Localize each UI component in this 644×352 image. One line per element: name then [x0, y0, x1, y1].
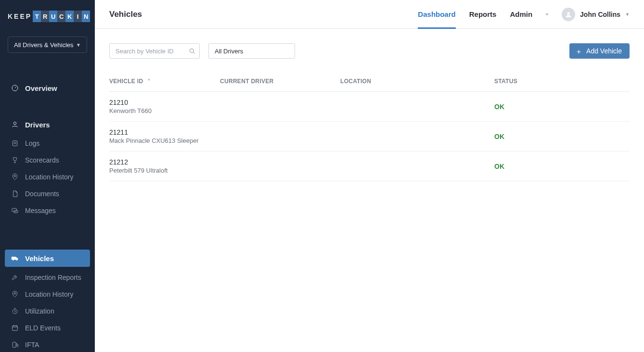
user-name: John Collins	[580, 11, 620, 18]
col-label: VEHICLE ID	[109, 78, 143, 85]
status-badge: OK	[494, 133, 504, 140]
add-vehicle-button[interactable]: ＋ Add Vehicle	[569, 43, 630, 59]
vehicles-table: VEHICLE ID ˄ CURRENT DRIVER LOCATION STA…	[109, 78, 630, 181]
table-row[interactable]: 21212 Peterbilt 579 Ultraloft OK	[109, 151, 630, 181]
page-title: Vehicles	[109, 10, 142, 19]
fuel-icon	[11, 340, 19, 349]
svg-point-1	[13, 122, 16, 125]
col-label: STATUS	[494, 78, 517, 85]
sidebar-item-label: Utilization	[25, 307, 54, 315]
nav-group-vehicles: Vehicles Inspection Reports Location His…	[0, 245, 95, 352]
vehicle-id: 21211	[109, 128, 216, 136]
sidebar-item-label: Messages	[25, 207, 56, 214]
scope-label: All Drivers & Vehicles	[14, 41, 74, 49]
topbar: Vehicles Dashboard Reports Admin John Co…	[95, 0, 644, 29]
svg-point-9	[14, 292, 15, 294]
sidebar-item-label: Overview	[25, 84, 57, 92]
nav-admin[interactable]: Admin	[510, 0, 532, 29]
cell-driver	[220, 151, 340, 181]
trophy-icon	[11, 156, 19, 164]
vehicle-model: Peterbilt 579 Ultraloft	[109, 167, 216, 174]
sidebar-item-location-history[interactable]: Location History	[0, 168, 95, 185]
col-label: CURRENT DRIVER	[220, 78, 274, 85]
svg-rect-12	[13, 342, 16, 347]
svg-rect-11	[13, 326, 18, 330]
avatar-icon	[562, 8, 575, 21]
sidebar-item-label: ELD Events	[25, 324, 61, 332]
cell-location	[340, 122, 494, 151]
truck-icon	[11, 254, 19, 263]
sidebar-item-label: IFTA	[25, 341, 39, 349]
sidebar-item-label: Location History	[25, 173, 73, 181]
sidebar-item-ifta[interactable]: IFTA	[0, 336, 95, 352]
logo-text-keep: KEEP	[8, 13, 32, 20]
sidebar-item-scorecards[interactable]: Scorecards	[0, 151, 95, 168]
vehicle-id: 21210	[109, 99, 216, 106]
sidebar-item-eld-events[interactable]: ELD Events	[0, 319, 95, 336]
svg-rect-4	[12, 208, 16, 212]
sidebar-item-label: Logs	[25, 139, 39, 147]
add-vehicle-label: Add Vehicle	[586, 47, 622, 55]
cell-location	[340, 92, 494, 122]
scope-selector[interactable]: All Drivers & Vehicles ▼	[8, 37, 87, 53]
sort-asc-icon: ˄	[148, 78, 150, 84]
sidebar-item-logs[interactable]: Logs	[0, 135, 95, 151]
user-menu[interactable]: John Collins ▼	[562, 8, 630, 21]
sidebar-item-label: Drivers	[25, 121, 50, 129]
table-row[interactable]: 21210 Kenworth T660 OK	[109, 92, 630, 122]
nav-reports[interactable]: Reports	[469, 0, 497, 29]
nav-divider-dot	[546, 13, 548, 15]
col-location[interactable]: LOCATION	[340, 78, 494, 92]
col-vehicle-id[interactable]: VEHICLE ID ˄	[109, 78, 220, 92]
logo-text-truckin: T R U C K I N	[33, 11, 90, 22]
stopwatch-icon	[11, 307, 19, 315]
sidebar-item-vehicles[interactable]: Vehicles	[5, 250, 90, 267]
sidebar-item-documents[interactable]: Documents	[0, 185, 95, 202]
driver-filter-select[interactable]: All Drivers	[208, 43, 295, 59]
cell-driver	[220, 92, 340, 122]
svg-point-7	[13, 259, 14, 260]
logo-letter: U	[49, 11, 57, 22]
logs-icon	[11, 139, 19, 148]
map-pin-icon	[11, 173, 19, 181]
cell-driver	[220, 122, 340, 151]
gauge-icon	[11, 84, 19, 92]
top-nav: Dashboard Reports Admin John Collins ▼	[418, 0, 630, 29]
logo-letter: T	[33, 11, 41, 22]
table-row[interactable]: 21211 Mack Pinnacle CXU613 Sleeper OK	[109, 122, 630, 151]
sidebar-item-messages[interactable]: Messages	[0, 202, 95, 219]
wrench-icon	[11, 273, 19, 282]
sidebar-item-label: Vehicles	[25, 254, 54, 263]
logo-letter: C	[57, 11, 65, 22]
sidebar-item-drivers[interactable]: Drivers	[0, 114, 95, 135]
vehicles-table-wrapper: VEHICLE ID ˄ CURRENT DRIVER LOCATION STA…	[95, 59, 644, 181]
nav-dashboard[interactable]: Dashboard	[418, 0, 455, 29]
vehicle-model: Kenworth T660	[109, 107, 216, 114]
col-current-driver[interactable]: CURRENT DRIVER	[220, 78, 340, 92]
caret-down-icon: ▼	[76, 42, 81, 48]
map-pin-icon	[11, 290, 19, 299]
sidebar-item-utilization[interactable]: Utilization	[0, 302, 95, 319]
user-icon	[11, 120, 19, 129]
svg-point-8	[16, 259, 17, 260]
sidebar-item-label: Documents	[25, 190, 59, 198]
logo-letter: I	[74, 11, 82, 22]
search-input[interactable]	[109, 43, 200, 59]
svg-point-3	[14, 175, 15, 176]
document-icon	[11, 189, 19, 198]
search-box	[109, 43, 200, 59]
col-label: LOCATION	[340, 78, 371, 85]
sidebar-item-location-history-vehicles[interactable]: Location History	[0, 286, 95, 302]
svg-rect-6	[12, 257, 15, 259]
caret-down-icon: ▼	[625, 12, 630, 17]
sidebar-item-inspection-reports[interactable]: Inspection Reports	[0, 269, 95, 286]
vehicle-model: Mack Pinnacle CXU613 Sleeper	[109, 137, 216, 144]
main-content: Vehicles Dashboard Reports Admin John Co…	[95, 0, 644, 352]
sidebar-item-overview[interactable]: Overview	[0, 78, 95, 98]
brand-logo: KEEP T R U C K I N	[0, 0, 95, 31]
logo-letter: N	[82, 11, 90, 22]
svg-rect-2	[13, 140, 17, 146]
cell-location	[340, 151, 494, 181]
col-status[interactable]: STATUS	[494, 78, 630, 92]
status-badge: OK	[494, 103, 504, 111]
